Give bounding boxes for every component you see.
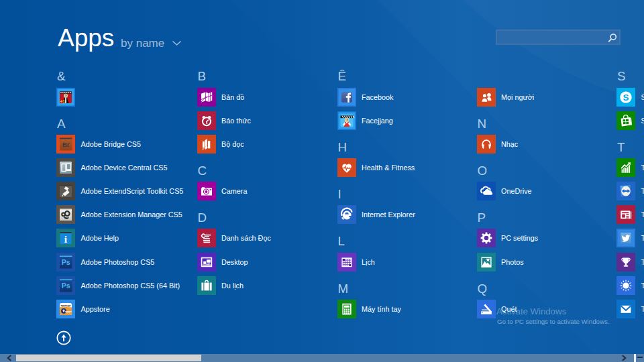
svg-text:Ps: Ps <box>62 282 70 290</box>
svg-text:+1: +1 <box>60 99 66 103</box>
svg-text:amazon: amazon <box>61 303 71 306</box>
svg-text:?: ? <box>345 117 347 121</box>
svg-text:Br: Br <box>62 140 70 147</box>
svg-text:?: ? <box>64 93 66 97</box>
svg-text:apps: apps <box>65 309 72 312</box>
svg-text:i: i <box>64 233 68 245</box>
svg-text:Ps: Ps <box>62 258 70 266</box>
svg-text:S: S <box>623 93 629 103</box>
